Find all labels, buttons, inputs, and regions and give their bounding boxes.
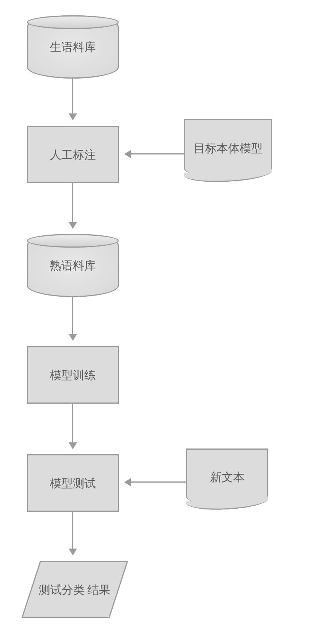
- raw-corpus-label: 生语料库: [50, 39, 96, 54]
- test-result-label: 测试分类 结果: [39, 582, 111, 597]
- test-result-output: 测试分类 结果: [21, 561, 128, 618]
- new-text-doc: 新文本: [186, 449, 268, 504]
- arrow-processed-to-training: [72, 297, 73, 339]
- model-testing-label: 模型测试: [50, 476, 96, 491]
- model-testing-step: 模型测试: [27, 454, 119, 512]
- flowchart-canvas: 生语料库 人工标注 目标本体模型 熟语料库 模型训练 模型测试 新文本 测试分类…: [12, 12, 310, 632]
- processed-corpus-label: 熟语料库: [50, 258, 96, 273]
- arrow-ontology-to-manual: [126, 153, 184, 154]
- arrow-training-to-testing: [72, 404, 73, 448]
- arrow-manual-to-processed: [72, 183, 73, 227]
- raw-corpus-db: 生语料库: [27, 15, 119, 79]
- manual-annotation-label: 人工标注: [50, 147, 96, 162]
- model-training-step: 模型训练: [27, 346, 119, 404]
- arrow-raw-to-manual: [72, 79, 73, 119]
- arrow-testing-to-result: [72, 512, 73, 554]
- manual-annotation-step: 人工标注: [27, 126, 119, 183]
- processed-corpus-db: 熟语料库: [27, 234, 119, 297]
- arrow-newtext-to-testing: [126, 481, 186, 483]
- target-ontology-doc: 目标本体模型: [184, 119, 272, 176]
- model-training-label: 模型训练: [50, 368, 96, 383]
- new-text-label: 新文本: [210, 470, 245, 485]
- target-ontology-label: 目标本体模型: [194, 141, 263, 156]
